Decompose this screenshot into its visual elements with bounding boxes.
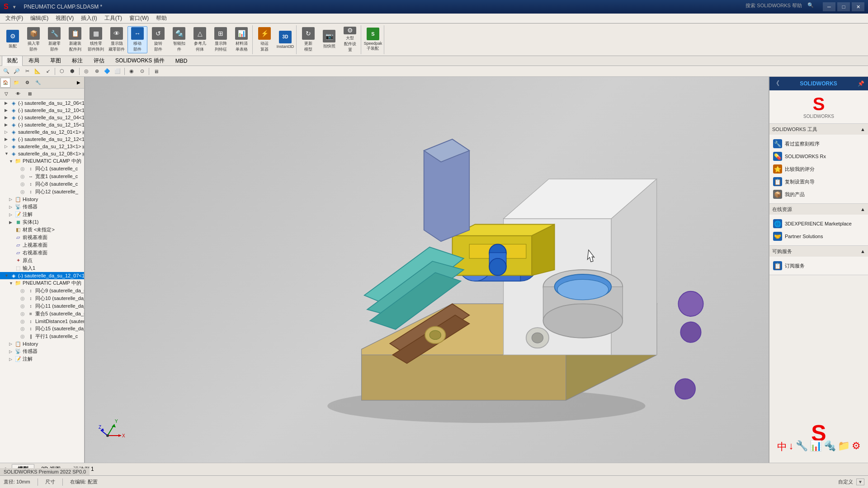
tb-smart-fastener[interactable]: 🔩 智能扣件 xyxy=(169,26,189,53)
tree-item-annot-1[interactable]: ▷ 📝 注解 xyxy=(0,211,84,218)
feat-icon-eye[interactable]: 👁 xyxy=(13,89,23,99)
right-item-subscribe[interactable]: 📋 订阅服务 xyxy=(772,259,865,272)
tree-item-26[interactable]: ◎ ↕ 同心9 (sauterelle_da_s xyxy=(0,287,84,295)
tree-item-31[interactable]: ◎ ↕ 同心15 (sauterelle_da_ xyxy=(0,325,84,333)
right-section-tools-header[interactable]: SOLIDWORKS 工具 ▲ xyxy=(769,124,868,135)
tab-sketch[interactable]: 草图 xyxy=(45,56,66,66)
right-section-services-header[interactable]: 可购服务 ▲ xyxy=(769,246,868,257)
right-section-online-header[interactable]: 在线资源 ▲ xyxy=(769,204,868,215)
tb-large-config[interactable]: ⚙ 大型配件设置 xyxy=(340,26,360,53)
tree-item-sensor-2[interactable]: ▷ 📡 传感器 xyxy=(0,347,84,355)
tree-item-7[interactable]: ▷ ◈ sauterelle_da_su_12_13<1> ▣ xyxy=(0,143,84,150)
tree-item-material[interactable]: ◧ 材质 <未指定> xyxy=(0,226,84,234)
feat-tab-wrench[interactable]: 🔧 xyxy=(33,78,43,88)
tree-item-30[interactable]: ◎ ↕ LimitDistance1 (sauter xyxy=(0,318,84,325)
tab-mbd[interactable]: MBD xyxy=(170,56,193,66)
tb-reference[interactable]: △ 参考几何体 xyxy=(190,26,210,53)
tb-linear-pattern[interactable]: ▦ 线性零部件阵列 xyxy=(86,26,106,53)
tree-item-3[interactable]: ▶ ◈ (-) sauterelle_da_su_12_04<1> xyxy=(0,114,84,121)
tree-item-13[interactable]: ◎ ↕ 同心12 (sauterelle_ xyxy=(0,188,84,196)
menu-insert[interactable]: 插入(I) xyxy=(77,14,100,23)
tree-item-4[interactable]: ▶ ◈ (-) sauterelle_da_su_12_15<1> xyxy=(0,121,84,128)
tree-item-solid[interactable]: ▶ ◼ 实体(1) xyxy=(0,218,84,226)
menu-view[interactable]: 视图(V) xyxy=(52,14,77,23)
tb2-scissors[interactable]: ✂ xyxy=(23,67,32,76)
right-item-my-products[interactable]: 📦 我的产品 xyxy=(772,188,865,201)
feat-tab-gear[interactable]: ⚙ xyxy=(22,78,32,88)
tb-speedpak[interactable]: S Speedpak子装配 xyxy=(363,26,383,53)
tree-item-6[interactable]: ▶ ◈ (-) sauterelle_da_su_12_12<1> xyxy=(0,136,84,143)
tb-assemble[interactable]: ⚙ 装配 xyxy=(3,26,23,53)
tb-instant3d[interactable]: 3D Instant3D xyxy=(275,26,295,53)
tb2-hex2[interactable]: ⬢ xyxy=(68,67,77,76)
tb2-diamond[interactable]: 🔷 xyxy=(103,67,112,76)
menu-help[interactable]: 帮助 xyxy=(152,14,170,23)
tb2-square[interactable]: ⬜ xyxy=(113,67,122,76)
tb2-arrow[interactable]: ↙ xyxy=(43,67,52,76)
tree-item-1[interactable]: ▶ ◈ (-) sauterelle_da_su_12_06<1> xyxy=(0,99,84,107)
tb-insert-component[interactable]: 📦 插入零部件 xyxy=(24,26,43,53)
tree-item-annot-2[interactable]: ▷ 📝 注解 xyxy=(0,355,84,363)
tree-item-28[interactable]: ◎ ↕ 同心11 (sauterelle_da_ xyxy=(0,302,84,310)
tab-sw-plugins[interactable]: SOLIDWORKS 插件 xyxy=(110,56,170,66)
tree-item-right-plane[interactable]: ▱ 右视基准面 xyxy=(0,249,84,257)
tb-show-hide[interactable]: 👁 显示隐藏零部件 xyxy=(107,26,127,53)
tree-item-selected[interactable]: ▼ ◈ (-) sauterelle_da_su_12_07<1> xyxy=(0,272,84,279)
menu-edit[interactable]: 编辑(E) xyxy=(27,14,52,23)
right-item-rx[interactable]: 💊 SOLIDWORKS Rx xyxy=(772,150,865,163)
menu-window[interactable]: 窗口(W) xyxy=(126,14,152,23)
tree-item-10[interactable]: ◎ ↕ 同心1 (sauterelle_c xyxy=(0,165,84,173)
tab-assemble[interactable]: 装配 xyxy=(2,56,23,66)
right-item-monitor[interactable]: 🔧 看过监察刻程序 xyxy=(772,137,865,150)
tree-item-5[interactable]: ▷ ◈ sauterelle_da_su_12_01<1> ▣ xyxy=(0,128,84,136)
tb2-magnify[interactable]: 🔍 xyxy=(2,67,11,76)
tab-layout[interactable]: 布局 xyxy=(24,56,44,66)
tb-rotate[interactable]: ↺ 旋转部件 xyxy=(148,26,168,53)
right-panel-pin[interactable]: 📌 xyxy=(858,80,864,87)
tree-item-27[interactable]: ◎ ↕ 同心10 (sauterelle_da_ xyxy=(0,295,84,302)
feat-tab-home[interactable]: 🏠 xyxy=(0,78,10,88)
tb-bom[interactable]: 📊 材料清单表格 xyxy=(231,26,251,53)
tb-snapshot[interactable]: 📷 拍快照 xyxy=(319,26,339,53)
right-item-3dexp[interactable]: 🌐 3DEXPERIENCE Marketplace xyxy=(772,217,865,230)
tb2-measure[interactable]: 📐 xyxy=(33,67,42,76)
tb2-monitor[interactable]: 🖥 xyxy=(151,67,160,76)
tree-item-32[interactable]: ◎ ∥ 平行1 (sauterelle_c xyxy=(0,333,84,340)
right-panel-collapse[interactable]: 《 xyxy=(773,80,779,88)
feat-tab-folder[interactable]: 📁 xyxy=(11,78,21,88)
tab-annotation[interactable]: 标注 xyxy=(67,56,88,66)
tab-evaluate[interactable]: 评估 xyxy=(89,56,109,66)
close-button[interactable]: ✕ xyxy=(852,2,864,11)
menu-tools[interactable]: 工具(T) xyxy=(101,14,126,23)
tree-item-29[interactable]: ◎ ≡ 重合5 (sauterelle_da_s xyxy=(0,310,84,318)
tb2-crosshair[interactable]: ⊕ xyxy=(92,67,101,76)
tb-motion-calc[interactable]: ⚡ 动运算器 xyxy=(255,26,274,53)
tree-item-8[interactable]: ▼ ◈ sauterelle_da_su_12_08<1> ▣ xyxy=(0,150,84,157)
feature-tree-area[interactable]: ▶ ◈ (-) sauterelle_da_su_12_06<1> ▶ ◈ (-… xyxy=(0,99,84,463)
minimize-button[interactable]: ─ xyxy=(823,2,835,11)
tb-new-assembly[interactable]: 📋 新建装配件列 xyxy=(65,26,85,53)
tree-item-2[interactable]: ▶ ◈ (-) sauterelle_da_su_12_10<1> xyxy=(0,107,84,114)
status-customize-btn[interactable]: ▼ xyxy=(856,479,864,485)
right-item-compare[interactable]: ⭐ 比较我的评分 xyxy=(772,163,865,175)
tree-item-11[interactable]: ◎ ↔ 宽度1 (sauterelle_c xyxy=(0,173,84,180)
tb2-target[interactable]: ◉ xyxy=(127,67,136,76)
tree-item-origin[interactable]: ✦ 原点 xyxy=(0,257,84,264)
tree-item-sensor-1[interactable]: ▷ 📡 传感器 xyxy=(0,203,84,211)
viewport[interactable]: X Y Z xyxy=(85,77,769,463)
tree-item-12[interactable]: ◎ ↕ 同心8 (sauterelle_c xyxy=(0,180,84,188)
feat-icon-filter[interactable]: ▽ xyxy=(1,89,11,99)
tree-item-front-plane[interactable]: ▱ 前视基准面 xyxy=(0,234,84,241)
tb-move-component[interactable]: ↔ 移动部件 xyxy=(127,26,147,53)
tree-item-input[interactable]: ⬚ 输入1 xyxy=(0,264,84,272)
tree-item-history-1[interactable]: ▷ 📋 History xyxy=(0,196,84,203)
tree-item-9[interactable]: ▼ 📁 PNEUMATIC CLAMP 中的 xyxy=(0,157,84,165)
tb2-zoom[interactable]: 🔎 xyxy=(12,67,21,76)
tree-item-25[interactable]: ▼ 📁 PNEUMATIC CLAMP 中的 xyxy=(0,279,84,287)
tb2-circle[interactable]: ◎ xyxy=(82,67,91,76)
tree-item-history-2[interactable]: ▷ 📋 History xyxy=(0,340,84,347)
tb-new-component[interactable]: 🔧 新建零部件 xyxy=(44,26,64,53)
tb2-hex1[interactable]: ⬡ xyxy=(57,67,66,76)
menu-file[interactable]: 文件(F) xyxy=(2,14,27,23)
tb-update-model[interactable]: ↻ 更新模型 xyxy=(298,26,318,53)
